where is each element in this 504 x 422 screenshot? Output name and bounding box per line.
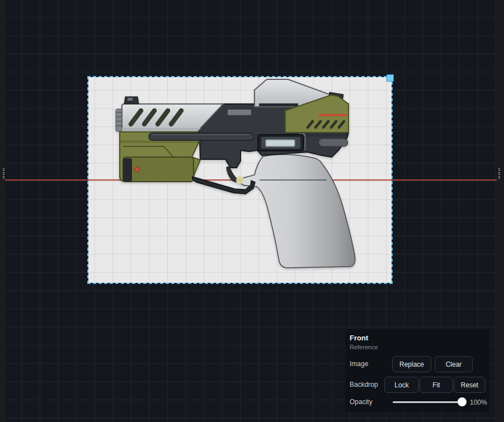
opacity-value: 100% bbox=[470, 399, 487, 406]
app-window: Front Reference Image Replace Clear Back… bbox=[0, 0, 504, 422]
left-drag-handle-icon[interactable] bbox=[3, 168, 4, 179]
opacity-slider-handle[interactable] bbox=[458, 397, 467, 406]
reset-button[interactable]: Reset bbox=[454, 377, 486, 393]
image-row-label: Image bbox=[350, 360, 368, 368]
right-edge-panel bbox=[497, 0, 504, 422]
backdrop-row-label: Backdrop bbox=[350, 381, 378, 388]
clear-button[interactable]: Clear bbox=[435, 356, 473, 372]
reference-panel: Front Reference Image Replace Clear Back… bbox=[345, 329, 489, 412]
fit-button[interactable]: Fit bbox=[420, 377, 453, 393]
right-drag-handle-icon[interactable] bbox=[498, 168, 500, 179]
panel-title: Front bbox=[350, 334, 368, 342]
opacity-slider-track[interactable] bbox=[393, 401, 464, 403]
opacity-row-label: Opacity bbox=[350, 398, 373, 406]
panel-subtitle: Reference bbox=[350, 344, 378, 350]
lock-button[interactable]: Lock bbox=[384, 377, 419, 393]
origin-marker bbox=[236, 176, 244, 184]
replace-button[interactable]: Replace bbox=[392, 356, 431, 372]
reference-image-illustration[interactable] bbox=[88, 77, 392, 283]
selection-resize-handle[interactable] bbox=[387, 74, 394, 82]
left-edge-panel bbox=[0, 0, 5, 422]
